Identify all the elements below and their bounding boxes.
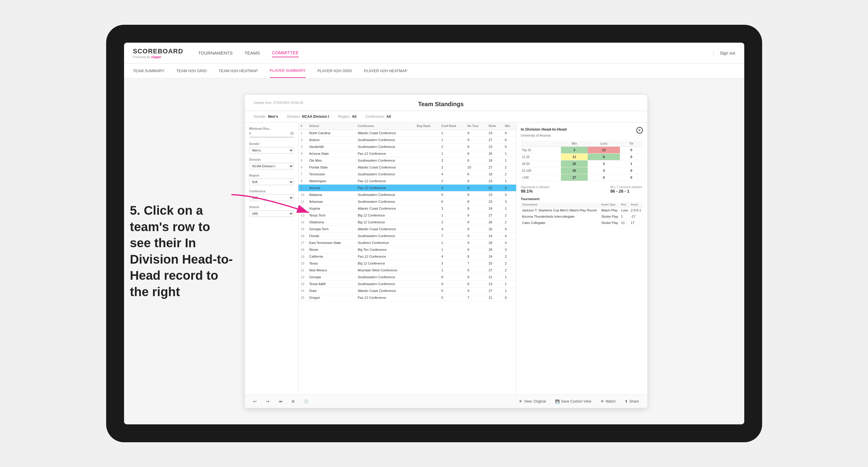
table-row[interactable]: 21 New Mexico Mountain West Conference 1… xyxy=(299,267,516,274)
h2h-loss: 3 xyxy=(588,167,620,174)
h2h-close-button[interactable]: × xyxy=(636,127,643,134)
cell-school: Tennessee xyxy=(307,171,355,178)
table-row[interactable]: 25 Oregon Pac-12 Conference 5 7 21 0 xyxy=(299,294,516,301)
share-button[interactable]: ⬆ Share xyxy=(622,398,641,405)
cell-rnds: 23 xyxy=(486,178,502,185)
cell-conference: Southern Conference xyxy=(355,240,414,246)
table-row[interactable]: 7 Tennessee Southeastern Conference 4 6 … xyxy=(299,171,516,178)
save-custom-button[interactable]: 💾 Save Custom View xyxy=(553,398,594,405)
cell-no-tour: 9 xyxy=(465,232,486,240)
table-row[interactable]: 4 Arizona State Pac-12 Conference 1 9 26… xyxy=(299,150,516,157)
copy-button[interactable]: ⊞ xyxy=(289,398,297,405)
table-row[interactable]: 1 North Carolina Atlantic Coast Conferen… xyxy=(299,130,516,136)
cell-rnds: 26 xyxy=(486,219,502,226)
view-original-button[interactable]: 👁 View: Original xyxy=(517,398,548,405)
nav-committee[interactable]: COMMITTEE xyxy=(272,49,299,57)
cell-no-tour: 9 xyxy=(465,287,486,294)
division-select[interactable]: NCAA Division I xyxy=(249,163,294,169)
annotation-text: 5. Click on a team's row to see their In… xyxy=(130,203,235,300)
cell-rank: 5 xyxy=(299,157,307,164)
sub-nav-team-summary[interactable]: TEAM SUMMARY xyxy=(133,64,164,77)
h2h-win: 11 xyxy=(561,154,588,160)
h2h-team-name: University of Arizona xyxy=(521,134,643,137)
filter-conference: Conference: All xyxy=(365,115,391,119)
cell-conference: Atlantic Coast Conference xyxy=(355,287,414,294)
h2h-header-row: Win Loss Tie xyxy=(521,141,643,147)
tournament-section: Tournament Tournament Event Type Pos Sco… xyxy=(521,197,643,226)
bottom-toolbar: ↩ ↪ ⏮ ⊞ 🕐 👁 xyxy=(245,395,647,408)
cell-rank: 2 xyxy=(299,136,307,144)
cell-rnds: 26 xyxy=(486,150,502,157)
cell-school: New Mexico xyxy=(307,267,355,274)
nav-tournaments[interactable]: TOURNAMENTS xyxy=(198,49,232,57)
cell-conf-rank: 4 xyxy=(439,171,465,178)
left-filters: Minimum Rou... 4 20 Gender Men's xyxy=(245,123,299,395)
cell-win: 2 xyxy=(502,219,516,226)
table-row[interactable]: 5 Ole Miss Southeastern Conference 3 6 1… xyxy=(299,157,516,164)
clock-button[interactable]: 🕐 xyxy=(302,398,311,405)
th-no-tour: No Tour xyxy=(465,123,486,130)
cell-conf-rank: 9 xyxy=(439,281,465,287)
table-row[interactable]: 12 Virginia Atlantic Coast Conference 3 … xyxy=(299,205,516,212)
table-row[interactable]: 17 East Tennessee State Southern Confere… xyxy=(299,240,516,246)
table-row[interactable]: 16 Florida Southeastern Conference 7 9 2… xyxy=(299,232,516,240)
table-row[interactable]: 11 Arkansas Southeastern Conference 6 8 … xyxy=(299,198,516,205)
cell-rnds: 28 xyxy=(486,246,502,253)
sub-nav-team-h2h-heatmap[interactable]: TEAM H2H HEATMAP xyxy=(219,64,258,77)
table-row[interactable]: 6 Florida State Atlantic Coast Conferenc… xyxy=(299,164,516,171)
h2h-win: 20 xyxy=(561,167,588,174)
cell-rnds: 27 xyxy=(486,267,502,274)
gender-select[interactable]: Men's xyxy=(249,147,294,154)
table-row[interactable]: 20 Texas Big 12 Conference 3 7 20 2 xyxy=(299,260,516,267)
nav-teams[interactable]: TEAMS xyxy=(245,49,260,57)
cell-rank: 22 xyxy=(299,274,307,281)
table-row[interactable]: 22 Georgia Southeastern Conference 8 8 2… xyxy=(299,274,516,281)
th-score: Score xyxy=(629,202,643,207)
cell-conference: Southeastern Conference xyxy=(355,232,414,240)
table-row[interactable]: 8 Washington Pac-12 Conference 2 8 23 1 xyxy=(299,178,516,185)
sub-nav: TEAM SUMMARY TEAM H2H GRID TEAM H2H HEAT… xyxy=(124,64,744,79)
undo-button[interactable]: ↩ xyxy=(251,398,259,405)
slider-track[interactable] xyxy=(249,136,294,138)
sub-nav-team-h2h-grid[interactable]: TEAM H2H GRID xyxy=(176,64,207,77)
sub-nav-player-summary[interactable]: PLAYER SUMMARY xyxy=(270,64,306,78)
table-row[interactable]: 15 Georgia Tech Atlantic Coast Conferenc… xyxy=(299,226,516,232)
table-row[interactable]: 24 Duke Atlantic Coast Conference 5 9 27… xyxy=(299,287,516,294)
cell-win: 2 xyxy=(502,164,516,171)
cell-rank: 3 xyxy=(299,144,307,150)
sub-nav-player-h2h-grid[interactable]: PLAYER H2H GRID xyxy=(317,64,352,77)
share-icon: ⬆ xyxy=(625,399,628,403)
cell-no-tour: 8 xyxy=(465,205,486,212)
tournament-result: 11 xyxy=(620,220,629,226)
cell-win: 2 xyxy=(502,171,516,178)
cell-rank: 4 xyxy=(299,150,307,157)
cell-no-tour: 7 xyxy=(465,294,486,301)
table-row[interactable]: 10 Alabama Southeastern Conference 5 8 2… xyxy=(299,191,516,198)
table-row[interactable]: 2 Auburn Southeastern Conference 1 9 27 … xyxy=(299,136,516,144)
cell-conference: Atlantic Coast Conference xyxy=(355,164,414,171)
table-row[interactable]: 19 California Pac-12 Conference 4 8 24 2 xyxy=(299,253,516,260)
cell-no-tour: 8 xyxy=(465,198,486,205)
th-school: School xyxy=(307,123,355,130)
opponents-row: Opponents in division: 99.1% W-L-T recor… xyxy=(521,186,643,193)
watch-button[interactable]: 👁 Watch xyxy=(598,398,618,405)
sign-out-button[interactable]: Sign out xyxy=(714,51,735,56)
redo-button[interactable]: ↪ xyxy=(264,398,272,405)
table-row[interactable]: 13 Texas Tech Big 12 Conference 1 9 27 2 xyxy=(299,212,516,219)
region-select[interactable]: N/A xyxy=(249,179,294,185)
cell-win: 5 xyxy=(502,144,516,150)
h2h-title: In Division Head-to-Head xyxy=(521,127,567,131)
cell-conference: Pac-12 Conference xyxy=(355,185,414,191)
h2h-th-tie: Tie xyxy=(620,141,643,147)
division-filter-section: Division NCAA Division I xyxy=(249,158,294,169)
table-row[interactable]: 18 Illinois Big Ten Conference 1 9 28 3 xyxy=(299,246,516,253)
cell-win: 2 xyxy=(502,267,516,274)
h2h-win: 27 xyxy=(561,174,588,181)
table-row[interactable]: 3 Vanderbilt Southeastern Conference 2 8… xyxy=(299,144,516,150)
table-row[interactable]: 23 Texas A&M Southeastern Conference 9 8… xyxy=(299,281,516,287)
step-back-button[interactable]: ⏮ xyxy=(276,398,285,405)
table-row[interactable]: 14 Oklahoma Big 12 Conference 2 9 26 2 xyxy=(299,219,516,226)
table-row[interactable]: 9 Arizona Pac-12 Conference 3 8 22 3 xyxy=(299,185,516,191)
sub-nav-player-h2h-heatmap[interactable]: PLAYER H2H HEATMAP xyxy=(364,64,407,77)
cell-conference: Pac-12 Conference xyxy=(355,150,414,157)
